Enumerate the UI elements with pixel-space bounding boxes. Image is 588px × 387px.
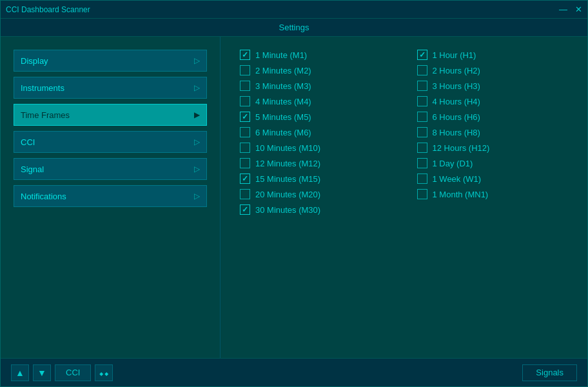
- timeframe-label-h3: 3 Hours (H3): [433, 81, 480, 91]
- timeframe-item-mn1[interactable]: 1 Month (MN1): [417, 189, 569, 199]
- window-controls: — ✕: [559, 5, 582, 14]
- checkbox-m15[interactable]: [240, 174, 250, 184]
- sidebar-item-label: Instruments: [21, 83, 64, 93]
- checkbox-m10[interactable]: [240, 143, 250, 153]
- sidebar-item-display[interactable]: Display▷: [14, 50, 207, 72]
- checkbox-m12[interactable]: [240, 158, 250, 168]
- timeframe-label-m5: 5 Minutes (M5): [255, 112, 311, 122]
- timeframe-label-h6: 6 Hours (H6): [433, 112, 480, 122]
- timeframe-item-m1[interactable]: 1 Minute (M1): [240, 50, 391, 60]
- dots-icon: ⬥⬥: [99, 368, 109, 378]
- timeframe-item-m6[interactable]: 6 Minutes (M6): [240, 127, 391, 137]
- down-button[interactable]: ▼: [33, 364, 51, 381]
- timeframe-item-h4[interactable]: 4 Hours (H4): [417, 96, 569, 106]
- timeframe-item-h1[interactable]: 1 Hour (H1): [417, 50, 569, 60]
- timeframe-item-h6[interactable]: 6 Hours (H6): [417, 112, 569, 122]
- checkbox-h8[interactable]: [417, 127, 427, 137]
- main-content: Display▷Instruments▷Time Frames▶CCI▷Sign…: [1, 37, 587, 358]
- timeframe-item-m10[interactable]: 10 Minutes (M10): [240, 143, 391, 153]
- timeframe-item-m12[interactable]: 12 Minutes (M12): [240, 158, 391, 168]
- settings-header: Settings: [1, 19, 587, 37]
- up-button[interactable]: ▲: [11, 364, 29, 381]
- timeframe-label-m6: 6 Minutes (M6): [255, 128, 311, 137]
- timeframe-label-h4: 4 Hours (H4): [433, 97, 480, 106]
- timeframe-label-m10: 10 Minutes (M10): [255, 143, 320, 153]
- timeframe-label-m15: 15 Minutes (M15): [255, 174, 320, 184]
- timeframes-left-column: 1 Minute (M1)2 Minutes (M2)3 Minutes (M3…: [240, 50, 391, 215]
- dots-button[interactable]: ⬥⬥: [95, 364, 113, 381]
- checkbox-h1[interactable]: [417, 50, 427, 60]
- sidebar-item-arrow: ▷: [194, 56, 200, 65]
- timeframe-label-mn1: 1 Month (MN1): [433, 190, 489, 199]
- title-bar: CCI Dashboard Scanner — ✕: [1, 1, 587, 19]
- sidebar-item-arrow: ▷: [194, 137, 200, 146]
- timeframe-label-m2: 2 Minutes (M2): [255, 66, 311, 75]
- timeframe-item-d1[interactable]: 1 Day (D1): [417, 158, 569, 168]
- sidebar: Display▷Instruments▷Time Frames▶CCI▷Sign…: [1, 37, 220, 358]
- timeframe-label-h8: 8 Hours (H8): [433, 128, 480, 137]
- content-area: 1 Minute (M1)2 Minutes (M2)3 Minutes (M3…: [220, 37, 587, 358]
- timeframe-label-h12: 12 Hours (H12): [433, 143, 490, 153]
- checkbox-w1[interactable]: [417, 174, 427, 184]
- sidebar-item-arrow: ▷: [194, 83, 200, 92]
- timeframe-item-m20[interactable]: 20 Minutes (M20): [240, 189, 391, 199]
- checkbox-m5[interactable]: [240, 112, 250, 122]
- close-button[interactable]: ✕: [575, 5, 582, 14]
- down-icon: ▼: [37, 368, 46, 378]
- timeframe-label-m1: 1 Minute (M1): [255, 50, 307, 60]
- timeframe-item-m2[interactable]: 2 Minutes (M2): [240, 65, 391, 75]
- timeframe-item-m3[interactable]: 3 Minutes (M3): [240, 81, 391, 91]
- timeframe-label-w1: 1 Week (W1): [433, 174, 482, 184]
- sidebar-item-arrow: ▷: [194, 192, 200, 201]
- timeframe-item-m15[interactable]: 15 Minutes (M15): [240, 174, 391, 184]
- sidebar-item-time-frames[interactable]: Time Frames▶: [14, 104, 207, 126]
- sidebar-item-label: Display: [21, 56, 48, 66]
- checkbox-h2[interactable]: [417, 65, 427, 75]
- signals-button[interactable]: Signals: [522, 364, 577, 381]
- checkbox-m4[interactable]: [240, 96, 250, 106]
- timeframe-item-h3[interactable]: 3 Hours (H3): [417, 81, 569, 91]
- up-icon: ▲: [15, 368, 24, 378]
- timeframe-item-h12[interactable]: 12 Hours (H12): [417, 143, 569, 153]
- timeframe-item-m4[interactable]: 4 Minutes (M4): [240, 96, 391, 106]
- sidebar-item-arrow: ▷: [194, 164, 200, 174]
- timeframe-label-d1: 1 Day (D1): [433, 159, 473, 168]
- checkbox-m30[interactable]: [240, 204, 250, 215]
- sidebar-item-notifications[interactable]: Notifications▷: [14, 185, 207, 207]
- sidebar-item-instruments[interactable]: Instruments▷: [14, 77, 207, 99]
- timeframe-item-m30[interactable]: 30 Minutes (M30): [240, 204, 391, 215]
- timeframe-label-h1: 1 Hour (H1): [433, 50, 476, 60]
- sidebar-item-cci[interactable]: CCI▷: [14, 131, 207, 153]
- timeframe-label-m3: 3 Minutes (M3): [255, 81, 311, 91]
- timeframe-item-h2[interactable]: 2 Hours (H2): [417, 65, 569, 75]
- timeframe-item-m5[interactable]: 5 Minutes (M5): [240, 112, 391, 122]
- timeframe-label-m12: 12 Minutes (M12): [255, 159, 320, 168]
- sidebar-item-label: Signal: [21, 164, 44, 174]
- checkbox-m1[interactable]: [240, 50, 250, 60]
- bottom-bar: ▲ ▼ CCI ⬥⬥ Signals: [1, 358, 587, 386]
- timeframe-item-h8[interactable]: 8 Hours (H8): [417, 127, 569, 137]
- checkbox-h12[interactable]: [417, 143, 427, 153]
- checkbox-d1[interactable]: [417, 158, 427, 168]
- timeframe-item-w1[interactable]: 1 Week (W1): [417, 174, 569, 184]
- timeframes-right-column: 1 Hour (H1)2 Hours (H2)3 Hours (H3)4 Hou…: [417, 50, 569, 215]
- checkbox-h6[interactable]: [417, 112, 427, 122]
- checkbox-m2[interactable]: [240, 65, 250, 75]
- bottom-left-controls: ▲ ▼ CCI ⬥⬥: [11, 364, 113, 381]
- checkbox-mn1[interactable]: [417, 189, 427, 199]
- sidebar-item-label: Notifications: [21, 192, 66, 201]
- main-window: CCI Dashboard Scanner — ✕ Settings Displ…: [0, 0, 588, 387]
- checkbox-m6[interactable]: [240, 127, 250, 137]
- timeframe-label-m4: 4 Minutes (M4): [255, 97, 311, 106]
- timeframes-grid: 1 Minute (M1)2 Minutes (M2)3 Minutes (M3…: [240, 50, 568, 215]
- checkbox-h4[interactable]: [417, 96, 427, 106]
- checkbox-m20[interactable]: [240, 189, 250, 199]
- timeframe-label-m30: 30 Minutes (M30): [255, 205, 320, 215]
- sidebar-item-signal[interactable]: Signal▷: [14, 158, 207, 180]
- cci-button[interactable]: CCI: [55, 364, 91, 381]
- checkbox-h3[interactable]: [417, 81, 427, 91]
- minimize-button[interactable]: —: [559, 5, 567, 14]
- checkbox-m3[interactable]: [240, 81, 250, 91]
- window-title: CCI Dashboard Scanner: [6, 5, 90, 14]
- timeframe-label-h2: 2 Hours (H2): [433, 66, 480, 75]
